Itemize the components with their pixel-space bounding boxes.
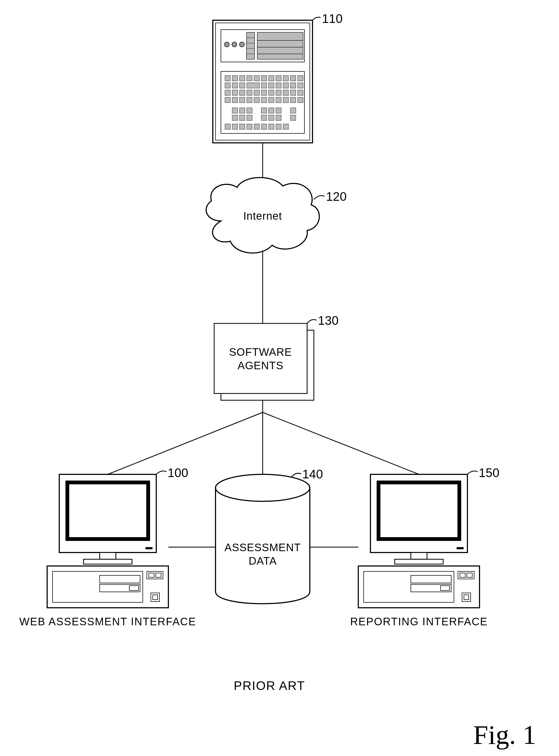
svg-rect-51 [247,97,252,103]
svg-rect-19 [247,75,252,81]
ref-left-pc: 100 [167,466,188,480]
ref-internet: 120 [326,190,347,203]
svg-rect-65 [290,108,296,113]
svg-rect-62 [261,108,267,113]
svg-point-5 [240,42,244,47]
svg-rect-42 [261,90,267,95]
svg-rect-27 [225,83,230,88]
svg-rect-30 [247,83,260,88]
svg-rect-97 [129,586,138,590]
svg-rect-115 [460,573,465,577]
svg-rect-75 [240,124,245,129]
svg-rect-95 [100,576,140,583]
svg-rect-20 [254,75,260,81]
svg-rect-69 [261,115,267,121]
svg-rect-33 [276,83,281,88]
svg-rect-37 [225,90,230,95]
server-node [213,20,313,143]
svg-rect-45 [283,90,289,95]
svg-point-4 [232,42,237,47]
svg-rect-44 [276,90,281,95]
svg-rect-36 [298,83,303,88]
svg-rect-91 [100,553,116,559]
leader-130 [307,320,316,323]
svg-line-85 [108,412,263,474]
svg-rect-90 [146,547,153,549]
left-caption: WEB ASSESSMENT INTERFACE [19,615,196,627]
left-computer [47,474,169,608]
svg-rect-39 [240,90,245,95]
svg-rect-49 [232,97,238,103]
right-computer [358,474,479,608]
connectors-agents-down [108,400,419,474]
ref-agents: 130 [318,314,339,327]
svg-rect-77 [254,124,260,129]
db-label-1: ASSESSMENT [224,541,300,553]
svg-rect-67 [240,115,245,121]
svg-rect-25 [290,75,296,81]
svg-rect-116 [467,573,472,577]
svg-rect-38 [232,90,238,95]
svg-rect-80 [276,124,281,129]
leader-120 [314,196,325,199]
right-caption: REPORTING INTERFACE [350,615,488,627]
svg-rect-16 [225,75,230,81]
svg-rect-81 [283,124,289,129]
svg-rect-72 [290,115,296,121]
leader-110 [313,17,320,20]
svg-rect-43 [269,90,274,95]
svg-rect-105 [379,482,459,539]
svg-rect-34 [283,83,289,88]
svg-rect-48 [225,97,230,103]
svg-rect-78 [261,124,267,129]
svg-rect-64 [276,108,281,113]
svg-point-103 [216,474,310,501]
ref-right-pc: 150 [479,466,499,480]
svg-rect-68 [247,115,252,121]
svg-rect-58 [298,97,303,103]
svg-rect-57 [290,97,296,103]
svg-rect-76 [247,124,252,129]
svg-rect-118 [464,595,469,600]
svg-rect-71 [276,115,281,121]
ref-db: 140 [302,467,323,481]
svg-rect-107 [411,553,427,559]
svg-rect-32 [269,83,274,88]
svg-rect-53 [261,97,267,103]
svg-rect-22 [269,75,274,81]
svg-rect-11 [257,33,303,59]
leader-100 [156,471,166,474]
svg-rect-83 [214,323,307,393]
svg-rect-26 [298,75,303,81]
svg-rect-89 [67,482,148,539]
svg-rect-21 [261,75,267,81]
svg-rect-55 [276,97,281,103]
svg-line-87 [263,412,419,474]
prior-art-label: PRIOR ART [233,679,305,693]
ref-server: 110 [322,12,343,26]
svg-rect-102 [153,595,158,600]
svg-rect-23 [276,75,281,81]
svg-rect-6 [246,33,254,59]
internet-label: Internet [243,210,282,222]
diagram-svg: 110 Internet 120 SOFTWARE AGENTS 130 [0,0,559,756]
svg-rect-113 [441,586,450,590]
svg-rect-66 [232,115,238,121]
svg-rect-24 [283,75,289,81]
svg-point-3 [224,42,229,47]
svg-rect-59 [232,108,238,113]
db-label-2: DATA [249,555,277,567]
svg-rect-108 [395,559,443,564]
svg-rect-63 [269,108,274,113]
svg-rect-92 [84,559,132,564]
svg-rect-60 [240,108,245,113]
svg-rect-99 [149,573,154,577]
svg-rect-50 [240,97,245,103]
svg-rect-40 [247,90,252,95]
svg-rect-100 [156,573,161,577]
svg-rect-41 [254,90,260,95]
svg-rect-70 [269,115,274,121]
svg-rect-28 [232,83,238,88]
svg-rect-74 [232,124,238,129]
svg-rect-106 [456,547,464,549]
